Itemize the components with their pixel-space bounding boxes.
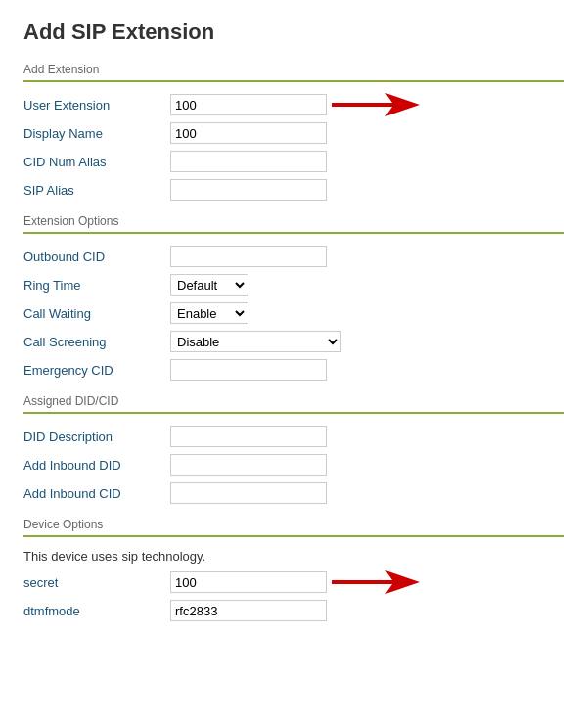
extension-options-divider: [23, 232, 564, 234]
user-extension-input-container: [170, 94, 327, 115]
add-inbound-did-row: Add Inbound DID: [23, 454, 564, 476]
extension-options-label: Extension Options: [23, 214, 564, 228]
call-screening-row: Call Screening Disable Enable: [23, 331, 564, 352]
add-inbound-cid-row: Add Inbound CID: [23, 482, 564, 504]
outbound-cid-input[interactable]: [170, 246, 327, 267]
display-name-input[interactable]: [170, 122, 327, 144]
call-waiting-label: Call Waiting: [23, 306, 170, 321]
svg-marker-0: [332, 93, 420, 116]
emergency-cid-row: Emergency CID: [23, 359, 564, 381]
display-name-row: Display Name: [23, 122, 564, 144]
dtmfmode-label: dtmfmode: [23, 604, 170, 618]
sip-alias-row: SIP Alias: [23, 179, 564, 201]
ring-time-select[interactable]: Default 15 30 45 60 120: [170, 274, 248, 296]
did-description-input[interactable]: [170, 426, 327, 447]
did-description-label: DID Description: [23, 430, 170, 444]
display-name-label: Display Name: [23, 126, 170, 141]
emergency-cid-label: Emergency CID: [23, 363, 170, 378]
add-inbound-did-label: Add Inbound DID: [23, 458, 170, 473]
user-extension-input[interactable]: [170, 94, 327, 115]
emergency-cid-input[interactable]: [170, 359, 327, 381]
outbound-cid-label: Outbound CID: [23, 250, 170, 264]
page-title: Add SIP Extension: [23, 20, 564, 45]
device-options-section: Device Options This device uses sip tech…: [23, 518, 564, 621]
device-options-divider: [23, 535, 564, 537]
assigned-did-cid-label: Assigned DID/CID: [23, 394, 564, 408]
add-extension-label: Add Extension: [23, 63, 564, 76]
add-inbound-cid-label: Add Inbound CID: [23, 486, 170, 501]
secret-input[interactable]: [170, 571, 327, 593]
ring-time-label: Ring Time: [23, 278, 170, 293]
call-waiting-row: Call Waiting Enable Disable: [23, 302, 564, 324]
ring-time-row: Ring Time Default 15 30 45 60 120: [23, 274, 564, 296]
assigned-did-cid-section: Assigned DID/CID DID Description Add Inb…: [23, 394, 564, 504]
cid-num-alias-label: CID Num Alias: [23, 155, 170, 169]
outbound-cid-row: Outbound CID: [23, 246, 564, 267]
user-extension-label: User Extension: [23, 98, 170, 113]
call-screening-label: Call Screening: [23, 335, 170, 349]
dtmfmode-input[interactable]: [170, 600, 327, 621]
extension-options-section: Extension Options Outbound CID Ring Time…: [23, 214, 564, 381]
secret-input-container: [170, 571, 327, 593]
device-options-label: Device Options: [23, 518, 564, 531]
arrow-right-1: [332, 91, 420, 118]
secret-label: secret: [23, 575, 170, 590]
sip-alias-input[interactable]: [170, 179, 327, 201]
dtmfmode-row: dtmfmode: [23, 600, 564, 621]
sip-alias-label: SIP Alias: [23, 183, 170, 198]
add-extension-divider: [23, 80, 564, 82]
device-text: This device uses sip technology.: [23, 549, 564, 564]
cid-num-alias-row: CID Num Alias: [23, 151, 564, 172]
call-waiting-select[interactable]: Enable Disable: [170, 302, 248, 324]
user-extension-row: User Extension: [23, 94, 564, 115]
cid-num-alias-input[interactable]: [170, 151, 327, 172]
add-extension-section: Add Extension User Extension Display Nam…: [23, 63, 564, 201]
secret-row: secret: [23, 571, 564, 593]
svg-marker-1: [332, 570, 420, 594]
arrow-right-2: [332, 569, 420, 596]
call-screening-select[interactable]: Disable Enable: [170, 331, 341, 352]
add-inbound-cid-input[interactable]: [170, 482, 327, 504]
add-inbound-did-input[interactable]: [170, 454, 327, 476]
assigned-did-cid-divider: [23, 412, 564, 414]
did-description-row: DID Description: [23, 426, 564, 447]
